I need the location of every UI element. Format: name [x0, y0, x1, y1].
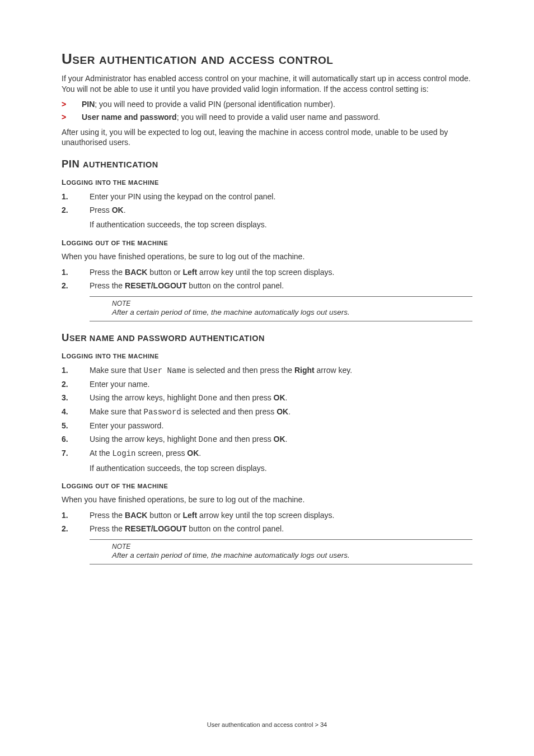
subsection-heading: LOGGING OUT OF THE MACHINE — [62, 482, 472, 490]
bullet-list: > PIN; you will need to provide a valid … — [62, 99, 472, 123]
list-item: 2. Press the RESET/LOGOUT button on the … — [62, 280, 472, 292]
list-item: 7. At the Login screen, press OK. — [62, 447, 472, 460]
page-footer: User authentication and access control >… — [0, 721, 534, 728]
key-label: OK — [277, 407, 288, 416]
mono-text: Done — [199, 394, 218, 403]
step-text: Enter your name. — [90, 379, 472, 390]
note-box: NOTE After a certain period of time, the… — [90, 296, 472, 321]
intro-paragraph: If your Administrator has enabled access… — [62, 73, 472, 95]
step-text: Enter your password. — [90, 420, 472, 432]
note-box: NOTE After a certain period of time, the… — [90, 539, 472, 564]
ordered-list: 1. Make sure that User Name is selected … — [62, 365, 472, 460]
bullet-text: ; you will need to provide a valid user … — [177, 113, 380, 122]
key-label: RESET/LOGOUT — [125, 524, 186, 533]
list-item: 1. Enter your PIN using the keypad on th… — [62, 191, 472, 203]
mono-text: Password — [144, 408, 181, 417]
paragraph: If authentication succeeds, the top scre… — [90, 463, 472, 474]
list-item: > PIN; you will need to provide a valid … — [62, 99, 472, 110]
step-text: Enter your PIN using the keypad on the c… — [90, 191, 472, 203]
chevron-icon: > — [62, 99, 82, 110]
key-label: Left — [183, 268, 198, 277]
paragraph: When you have finished operations, be su… — [62, 251, 472, 262]
key-label: BACK — [125, 511, 147, 520]
key-label: OK — [187, 449, 199, 458]
note-label: NOTE — [112, 300, 472, 307]
subsection-heading: LOGGING INTO THE MACHINE — [62, 352, 472, 360]
list-item: 2. Enter your name. — [62, 379, 472, 390]
note-text: After a certain period of time, the mach… — [112, 551, 472, 559]
step-text: Press — [90, 206, 112, 214]
note-text: After a certain period of time, the mach… — [112, 308, 472, 316]
subsection-heading: LOGGING OUT OF THE MACHINE — [62, 239, 472, 247]
list-item: 1. Press the BACK button or Left arrow k… — [62, 267, 472, 278]
page-title: USER AUTHENTICATION AND ACCESS CONTROL — [62, 50, 472, 68]
key-label: OK — [112, 206, 124, 214]
bullet-label: User name and password — [82, 113, 177, 122]
section-heading-userpw: USER NAME AND PASSWORD AUTHENTICATION — [62, 332, 472, 344]
ordered-list: 1. Press the BACK button or Left arrow k… — [62, 267, 472, 292]
subsection-heading: LOGGING INTO THE MACHINE — [62, 178, 472, 186]
list-item: 1. Make sure that User Name is selected … — [62, 365, 472, 377]
ordered-list: 1. Press the BACK button or Left arrow k… — [62, 510, 472, 535]
note-label: NOTE — [112, 543, 472, 550]
key-label: OK — [274, 393, 285, 402]
bullet-label: PIN — [82, 100, 95, 109]
key-label: BACK — [125, 268, 147, 277]
key-label: RESET/LOGOUT — [125, 281, 186, 290]
list-item: 1. Press the BACK button or Left arrow k… — [62, 510, 472, 521]
paragraph: After using it, you will be expected to … — [62, 127, 472, 148]
key-label: Right — [294, 366, 315, 375]
bullet-text: ; you will need to provide a valid PIN (… — [95, 100, 335, 109]
list-item: > User name and password; you will need … — [62, 112, 472, 123]
mono-text: Done — [199, 435, 218, 444]
paragraph: When you have finished operations, be su… — [62, 494, 472, 505]
ordered-list: 1. Enter your PIN using the keypad on th… — [62, 191, 472, 216]
list-item: 5. Enter your password. — [62, 420, 472, 432]
list-item: 3. Using the arrow keys, highlight Done … — [62, 392, 472, 404]
mono-text: Login — [112, 449, 135, 458]
list-item: 2. Press the RESET/LOGOUT button on the … — [62, 523, 472, 535]
paragraph: If authentication succeeds, the top scre… — [90, 220, 472, 231]
list-item: 2. Press OK. — [62, 204, 472, 216]
list-item: 6. Using the arrow keys, highlight Done … — [62, 433, 472, 446]
document-page: USER AUTHENTICATION AND ACCESS CONTROL I… — [0, 0, 534, 756]
key-label: OK — [274, 435, 285, 444]
mono-text: User Name — [144, 366, 186, 375]
list-item: 4. Make sure that Password is selected a… — [62, 406, 472, 418]
chevron-icon: > — [62, 112, 82, 123]
section-heading-pin: PIN AUTHENTICATION — [62, 158, 472, 170]
key-label: Left — [183, 511, 198, 520]
